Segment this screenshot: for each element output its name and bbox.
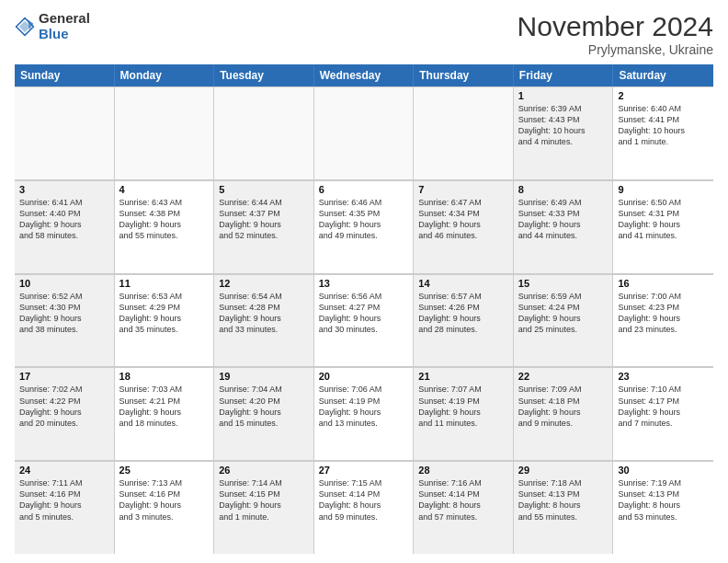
day-info: Sunrise: 6:53 AM Sunset: 4:29 PM Dayligh… [119,291,210,336]
day-info: Sunrise: 6:40 AM Sunset: 4:41 PM Dayligh… [618,103,709,148]
cal-cell: 3Sunrise: 6:41 AM Sunset: 4:40 PM Daylig… [15,180,115,273]
day-info: Sunrise: 6:52 AM Sunset: 4:30 PM Dayligh… [19,291,109,336]
day-info: Sunrise: 7:03 AM Sunset: 4:21 PM Dayligh… [119,384,210,429]
day-number: 27 [319,465,409,476]
day-info: Sunrise: 6:39 AM Sunset: 4:43 PM Dayligh… [518,103,609,148]
cal-row: 3Sunrise: 6:41 AM Sunset: 4:40 PM Daylig… [15,180,713,274]
cal-cell: 28Sunrise: 7:16 AM Sunset: 4:14 PM Dayli… [414,461,514,554]
day-info: Sunrise: 6:57 AM Sunset: 4:26 PM Dayligh… [418,291,508,336]
day-number: 24 [19,465,109,476]
day-info: Sunrise: 6:56 AM Sunset: 4:27 PM Dayligh… [319,291,409,336]
cal-cell: 13Sunrise: 6:56 AM Sunset: 4:27 PM Dayli… [314,274,415,367]
day-info: Sunrise: 7:09 AM Sunset: 4:18 PM Dayligh… [518,384,609,429]
cal-cell: 7Sunrise: 6:47 AM Sunset: 4:34 PM Daylig… [414,180,514,273]
cal-cell: 25Sunrise: 7:13 AM Sunset: 4:16 PM Dayli… [115,461,215,554]
cal-cell: 5Sunrise: 6:44 AM Sunset: 4:37 PM Daylig… [214,180,314,273]
cal-cell: 8Sunrise: 6:49 AM Sunset: 4:33 PM Daylig… [514,180,614,273]
cal-cell: 22Sunrise: 7:09 AM Sunset: 4:18 PM Dayli… [514,367,614,460]
cal-cell: 10Sunrise: 6:52 AM Sunset: 4:30 PM Dayli… [15,274,115,367]
day-number: 4 [119,184,210,195]
day-info: Sunrise: 6:49 AM Sunset: 4:33 PM Dayligh… [518,197,609,242]
cal-cell [214,86,314,179]
cal-row: 1Sunrise: 6:39 AM Sunset: 4:43 PM Daylig… [15,86,713,180]
day-number: 10 [19,278,109,289]
cal-row: 10Sunrise: 6:52 AM Sunset: 4:30 PM Dayli… [15,274,713,368]
day-info: Sunrise: 6:44 AM Sunset: 4:37 PM Dayligh… [219,197,309,242]
day-info: Sunrise: 7:19 AM Sunset: 4:13 PM Dayligh… [618,477,709,523]
day-number: 6 [319,184,409,195]
cal-cell: 27Sunrise: 7:15 AM Sunset: 4:14 PM Dayli… [314,461,415,554]
logo-general: General [39,11,90,27]
day-info: Sunrise: 7:10 AM Sunset: 4:17 PM Dayligh… [618,384,709,429]
cal-cell: 11Sunrise: 6:53 AM Sunset: 4:29 PM Dayli… [115,274,215,367]
cal-cell: 16Sunrise: 7:00 AM Sunset: 4:23 PM Dayli… [613,274,713,367]
day-info: Sunrise: 6:59 AM Sunset: 4:24 PM Dayligh… [518,291,609,336]
day-number: 29 [518,465,609,476]
day-number: 19 [219,371,309,382]
day-info: Sunrise: 7:07 AM Sunset: 4:19 PM Dayligh… [418,384,508,429]
logo-blue: Blue [39,27,90,42]
cal-row: 17Sunrise: 7:02 AM Sunset: 4:22 PM Dayli… [15,367,713,461]
day-info: Sunrise: 7:18 AM Sunset: 4:13 PM Dayligh… [518,477,609,523]
day-info: Sunrise: 7:02 AM Sunset: 4:22 PM Dayligh… [19,384,109,429]
cal-cell: 23Sunrise: 7:10 AM Sunset: 4:17 PM Dayli… [613,367,713,460]
day-info: Sunrise: 6:46 AM Sunset: 4:35 PM Dayligh… [319,197,409,242]
day-number: 18 [119,371,210,382]
cal-cell: 17Sunrise: 7:02 AM Sunset: 4:22 PM Dayli… [15,367,115,460]
header-cell-friday: Friday [514,64,614,86]
cal-cell [115,86,215,179]
cal-cell: 6Sunrise: 6:46 AM Sunset: 4:35 PM Daylig… [314,180,415,273]
cal-cell: 2Sunrise: 6:40 AM Sunset: 4:41 PM Daylig… [613,86,713,179]
day-number: 25 [119,465,210,476]
day-number: 3 [19,184,109,195]
day-number: 26 [219,465,309,476]
cal-cell: 29Sunrise: 7:18 AM Sunset: 4:13 PM Dayli… [514,461,614,554]
calendar-header: SundayMondayTuesdayWednesdayThursdayFrid… [15,64,713,86]
day-number: 15 [518,278,609,289]
day-number: 7 [418,184,508,195]
day-info: Sunrise: 6:47 AM Sunset: 4:34 PM Dayligh… [418,197,508,242]
day-number: 23 [618,371,709,382]
cal-cell: 24Sunrise: 7:11 AM Sunset: 4:16 PM Dayli… [15,461,115,554]
cal-cell: 12Sunrise: 6:54 AM Sunset: 4:28 PM Dayli… [214,274,314,367]
cal-row: 24Sunrise: 7:11 AM Sunset: 4:16 PM Dayli… [15,461,713,554]
header-cell-thursday: Thursday [414,64,514,86]
day-info: Sunrise: 7:14 AM Sunset: 4:15 PM Dayligh… [219,477,309,523]
day-number: 17 [19,371,109,382]
day-info: Sunrise: 7:15 AM Sunset: 4:14 PM Dayligh… [319,477,409,523]
day-number: 14 [418,278,508,289]
month-title: November 2024 [518,11,713,42]
day-number: 21 [418,371,508,382]
header: General Blue November 2024 Prylymanske, … [15,11,713,57]
day-info: Sunrise: 7:00 AM Sunset: 4:23 PM Dayligh… [618,291,709,336]
day-number: 11 [119,278,210,289]
day-number: 8 [518,184,609,195]
cal-cell: 14Sunrise: 6:57 AM Sunset: 4:26 PM Dayli… [414,274,514,367]
header-cell-sunday: Sunday [15,64,115,86]
header-cell-tuesday: Tuesday [214,64,314,86]
logo: General Blue [15,11,90,41]
calendar-body: 1Sunrise: 6:39 AM Sunset: 4:43 PM Daylig… [15,86,713,554]
day-number: 30 [618,465,709,476]
day-number: 5 [219,184,309,195]
cal-cell: 26Sunrise: 7:14 AM Sunset: 4:15 PM Dayli… [214,461,314,554]
cal-cell [414,86,514,179]
day-number: 20 [319,371,409,382]
cal-cell: 19Sunrise: 7:04 AM Sunset: 4:20 PM Dayli… [214,367,314,460]
header-cell-saturday: Saturday [613,64,713,86]
day-number: 28 [418,465,508,476]
day-info: Sunrise: 6:43 AM Sunset: 4:38 PM Dayligh… [119,197,210,242]
day-number: 2 [618,90,709,101]
day-info: Sunrise: 7:11 AM Sunset: 4:16 PM Dayligh… [19,477,109,523]
day-info: Sunrise: 7:06 AM Sunset: 4:19 PM Dayligh… [319,384,409,429]
cal-cell: 21Sunrise: 7:07 AM Sunset: 4:19 PM Dayli… [414,367,514,460]
day-number: 13 [319,278,409,289]
day-info: Sunrise: 7:16 AM Sunset: 4:14 PM Dayligh… [418,477,508,523]
day-number: 16 [618,278,709,289]
header-cell-wednesday: Wednesday [314,64,415,86]
day-number: 22 [518,371,609,382]
cal-cell: 18Sunrise: 7:03 AM Sunset: 4:21 PM Dayli… [115,367,215,460]
day-info: Sunrise: 6:50 AM Sunset: 4:31 PM Dayligh… [618,197,709,242]
day-info: Sunrise: 7:13 AM Sunset: 4:16 PM Dayligh… [119,477,210,523]
cal-cell [15,86,115,179]
